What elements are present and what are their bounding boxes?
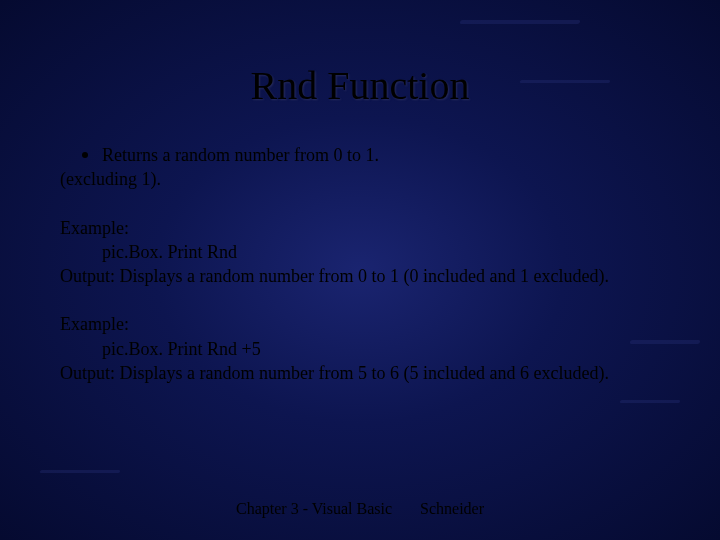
bullet-subtext: (excluding 1). [60,167,660,191]
example-2: Example: pic.Box. Print Rnd +5 Output: D… [60,312,660,385]
example-2-code: pic.Box. Print Rnd +5 [60,337,660,361]
bullet-item: Returns a random number from 0 to 1. [60,143,660,167]
example-2-output: Output: Displays a random number from 5 … [60,361,660,385]
example-2-label: Example: [60,312,660,336]
bullet-text: Returns a random number from 0 to 1. [102,143,379,167]
bullet-icon [82,152,88,158]
footer: Chapter 3 - Visual Basic Schneider [0,500,720,518]
footer-author: Schneider [420,500,484,517]
example-1-output: Output: Displays a random number from 0 … [60,264,660,288]
slide-title: Rnd Function [0,0,720,109]
slide-body: Returns a random number from 0 to 1. (ex… [0,109,720,385]
slide: Rnd Function Returns a random number fro… [0,0,720,540]
example-1-label: Example: [60,216,660,240]
example-1-code: pic.Box. Print Rnd [60,240,660,264]
example-1: Example: pic.Box. Print Rnd Output: Disp… [60,216,660,289]
footer-chapter: Chapter 3 - Visual Basic [236,500,392,517]
